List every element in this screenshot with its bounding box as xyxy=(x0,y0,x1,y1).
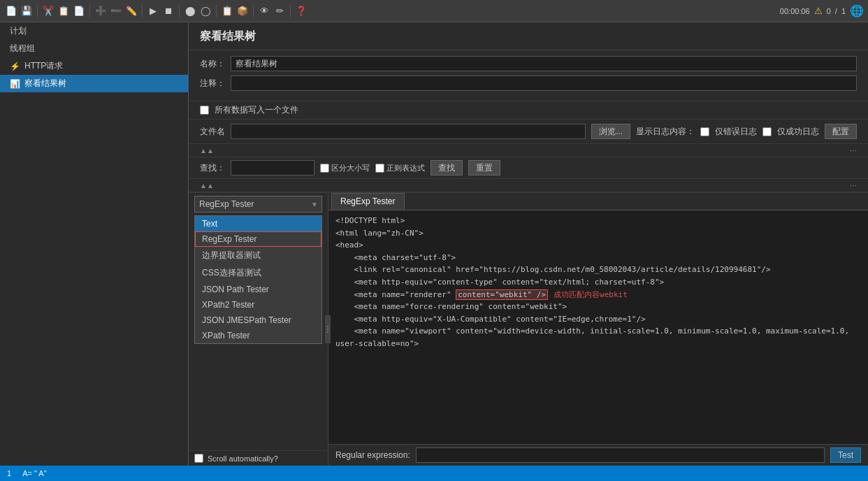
scroll-checkbox[interactable] xyxy=(194,454,203,463)
handle-dot-3 xyxy=(327,331,328,333)
browse-button[interactable]: 浏览... xyxy=(591,124,630,139)
menu-item-xpath[interactable]: XPath Tester xyxy=(195,328,321,343)
menu-item-regexp[interactable]: RegExp Tester xyxy=(195,231,321,247)
sidebar-item-thread[interactable]: 线程组 xyxy=(0,40,188,57)
menu-item-text[interactable]: Text xyxy=(195,216,321,231)
find-button[interactable]: 查找 xyxy=(431,160,463,175)
main-layout: 计划 线程组 ⚡ HTTP请求 📊 察看结果树 察看结果树 名称： 注释： xyxy=(0,22,868,466)
toolbar-right: 00:00:06 ⚠ 0 / 1 🌐 xyxy=(780,4,864,17)
search-bar: 查找： 区分大小写 正则表达式 查找 重置 xyxy=(189,157,868,179)
name-input[interactable] xyxy=(231,56,857,71)
config-button[interactable]: 配置 xyxy=(825,124,857,139)
sidebar: 计划 线程组 ⚡ HTTP请求 📊 察看结果树 xyxy=(0,22,189,466)
menu-item-boundary[interactable]: 边界提取器测试 xyxy=(195,247,321,264)
sidebar-label-http: HTTP请求 xyxy=(24,60,63,72)
search-bottom-row: ▲▲ ··· xyxy=(189,179,868,192)
code-line-8: <meta http-equiv="X-UA-Compatible" conte… xyxy=(335,313,861,326)
code-line-2: <head> xyxy=(335,239,861,252)
toolbar-new-icon[interactable]: 📄 xyxy=(4,4,18,18)
status-line-num: 1 xyxy=(7,469,11,478)
code-line-7: <meta name="force-rendering" content="we… xyxy=(335,301,861,313)
search-label: 查找： xyxy=(200,162,225,174)
collapse-bottom-icon[interactable]: ▲▲ xyxy=(200,182,214,189)
handle-dot-1 xyxy=(327,326,328,327)
all-data-row: 所有数据写入一个文件 xyxy=(189,101,868,120)
right-panel: RegExp Tester <!DOCTYPE html> <html lang… xyxy=(328,193,868,466)
comment-row: 注释： xyxy=(200,76,857,91)
tab-bar: RegExp Tester xyxy=(328,193,868,210)
case-checkbox[interactable] xyxy=(320,164,329,173)
code-highlight: content="webkit" /> xyxy=(456,289,548,300)
timer-display: 00:00:06 xyxy=(780,7,810,15)
handle-dot-2 xyxy=(327,329,328,330)
tab-regexp-tester[interactable]: RegExp Tester xyxy=(331,193,405,210)
toolbar-view-icon[interactable]: 👁 xyxy=(257,4,271,18)
tester-select[interactable]: Text RegExp Tester 边界提取器测试 CSS选择器测试 JSON… xyxy=(194,196,322,213)
code-line-1: <html lang="zh-CN"> xyxy=(335,227,861,240)
toolbar-sep-7 xyxy=(290,5,291,17)
dots-top-btn[interactable]: ··· xyxy=(850,145,857,155)
scroll-label: Scroll automatically? xyxy=(208,454,278,463)
toolbar-pause-icon[interactable]: ⏹ xyxy=(161,4,175,18)
sidebar-label-results: 察看结果树 xyxy=(24,78,66,89)
comment-input[interactable] xyxy=(231,76,857,91)
test-button[interactable]: Test xyxy=(830,447,861,463)
toolbar-save-icon[interactable]: 💾 xyxy=(20,4,34,18)
toolbar-sep-2 xyxy=(89,5,90,17)
code-line-9: <meta name="viewport" content="width=dev… xyxy=(335,325,861,338)
regexp-input[interactable] xyxy=(416,447,825,463)
toolbar-paste-icon[interactable]: 📄 xyxy=(72,4,86,18)
error-count: 1 xyxy=(841,7,846,15)
menu-item-css[interactable]: CSS选择器测试 xyxy=(195,264,321,282)
sidebar-item-http[interactable]: ⚡ HTTP请求 xyxy=(0,57,188,75)
toolbar-edit-icon[interactable]: ✏️ xyxy=(124,4,138,18)
globe-icon[interactable]: 🌐 xyxy=(850,4,864,17)
all-data-checkbox[interactable] xyxy=(200,106,209,115)
toolbar-run-icon[interactable]: ▶ xyxy=(146,4,160,18)
left-panel: Text RegExp Tester 边界提取器测试 CSS选择器测试 JSON… xyxy=(189,193,328,466)
name-label: 名称： xyxy=(200,58,225,70)
sidebar-label-thread: 线程组 xyxy=(10,43,35,55)
code-annotation: 成功匹配内容webkit xyxy=(554,290,628,299)
file-label: 文件名 xyxy=(200,126,225,138)
toolbar-remove-icon[interactable]: ➖ xyxy=(109,4,123,18)
toolbar-circle1-icon[interactable]: ⬤ xyxy=(183,4,197,18)
search-input[interactable] xyxy=(231,160,314,175)
content-area: 察看结果树 名称： 注释： 所有数据写入一个文件 文件名 浏览... 显示日志内… xyxy=(189,22,868,466)
toolbar-box-icon[interactable]: 📦 xyxy=(236,4,249,18)
menu-item-xpath2[interactable]: XPath2 Tester xyxy=(195,297,321,313)
toolbar-bookmark-icon[interactable]: 📋 xyxy=(220,4,234,18)
file-input[interactable] xyxy=(231,124,586,139)
toolbar-help-icon[interactable]: ❓ xyxy=(294,4,308,18)
log-content-label: 显示日志内容： xyxy=(636,126,695,138)
sidebar-item-plan[interactable]: 计划 xyxy=(0,22,188,40)
regexp-label: Regular expression: xyxy=(335,450,410,460)
all-data-label: 所有数据写入一个文件 xyxy=(215,104,298,116)
toolbar-pen-icon[interactable]: ✏ xyxy=(273,4,287,18)
toolbar-sep-6 xyxy=(253,5,254,17)
menu-item-jmespath[interactable]: JSON JMESPath Tester xyxy=(195,313,321,328)
reset-button[interactable]: 重置 xyxy=(468,160,500,175)
comment-label: 注释： xyxy=(200,78,225,89)
menu-item-jsonpath[interactable]: JSON Path Tester xyxy=(195,282,321,297)
panel-resize-handle[interactable] xyxy=(325,315,331,343)
toolbar-cut-icon[interactable]: ✂️ xyxy=(41,4,55,18)
scroll-check-row: Scroll automatically? xyxy=(189,450,328,466)
dots-bottom-btn[interactable]: ··· xyxy=(850,180,857,190)
error-log-checkbox[interactable] xyxy=(700,127,709,136)
toolbar-circle2-icon[interactable]: ◯ xyxy=(198,4,212,18)
regex-check-label: 正则表达式 xyxy=(375,163,425,173)
regex-checkbox[interactable] xyxy=(375,164,384,173)
toolbar-sep-5 xyxy=(216,5,217,17)
code-line-10: user-scalable=no"> xyxy=(335,338,861,350)
error-sep: / xyxy=(835,7,837,15)
code-area: <!DOCTYPE html> <html lang="zh-CN"> <hea… xyxy=(328,210,868,444)
regex-label: 正则表达式 xyxy=(386,163,425,173)
sidebar-label-plan: 计划 xyxy=(10,25,27,37)
sidebar-item-results[interactable]: 📊 察看结果树 xyxy=(0,75,188,92)
success-log-checkbox[interactable] xyxy=(762,127,772,136)
toolbar-add-icon[interactable]: ➕ xyxy=(94,4,108,18)
code-line-3: <meta charset="utf-8"> xyxy=(335,252,861,264)
toolbar-copy-icon[interactable]: 📋 xyxy=(57,4,71,18)
collapse-top-icon[interactable]: ▲▲ xyxy=(200,147,214,155)
